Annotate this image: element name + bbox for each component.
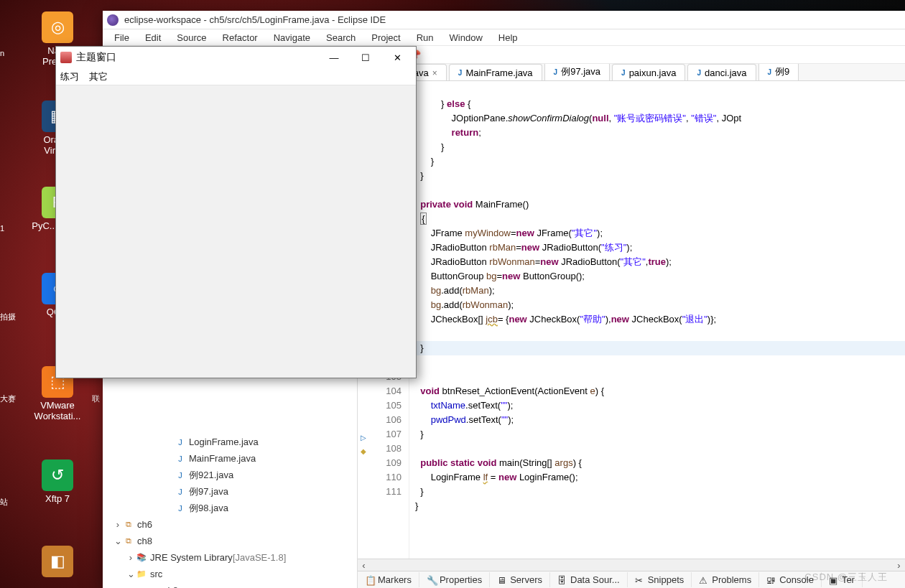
menu-run[interactable]: Run xyxy=(409,31,441,45)
editor-area: JnFrame.java×JMainFrame.javaJ例97.javaJpa… xyxy=(357,64,905,588)
horizontal-scrollbar[interactable]: ‹ › xyxy=(358,559,905,571)
tree-item[interactable]: ⌄⊞ch8 xyxy=(103,582,357,588)
menu-edit[interactable]: Edit xyxy=(138,31,168,45)
java-content-area xyxy=(56,85,416,378)
java-file-icon: J xyxy=(554,68,558,76)
java-file-icon: J xyxy=(697,69,701,77)
code-editor[interactable]: } else { JOptionPane.showConfirmDialog(n… xyxy=(409,81,905,559)
java-title-bar[interactable]: 主题窗口 — ☐ ✕ xyxy=(56,47,416,68)
editor-tabs[interactable]: JnFrame.java×JMainFrame.javaJ例97.javaJpa… xyxy=(358,64,905,81)
edge-label: 1 xyxy=(0,224,4,233)
menu-practice[interactable]: 练习 xyxy=(60,70,79,83)
tree-item[interactable]: J例98.java xyxy=(103,500,357,516)
eclipse-icon xyxy=(107,14,119,26)
java-file-icon: J xyxy=(768,68,772,76)
menu-file[interactable]: File xyxy=(107,31,136,45)
close-button[interactable]: ✕ xyxy=(381,50,413,66)
editor-tab[interactable]: Jdanci.java xyxy=(687,64,756,80)
java-file-icon: J xyxy=(458,69,463,77)
panel-tab-problems[interactable]: ⚠Problems xyxy=(692,572,759,587)
desktop-icon[interactable]: ◧ xyxy=(32,546,83,579)
edge-label: 大赛 xyxy=(0,393,16,404)
editor-tab[interactable]: JMainFrame.java xyxy=(449,64,542,80)
tree-item[interactable]: JMainFrame.java xyxy=(103,450,357,467)
panel-tab-snippets[interactable]: ✂Snippets xyxy=(628,572,692,587)
tree-item[interactable]: ›⧉ch6 xyxy=(103,516,357,533)
tree-item[interactable]: ›📚JRE System Library [JavaSE-1.8] xyxy=(103,549,357,566)
java-title-text: 主题窗口 xyxy=(76,51,318,64)
window-title: eclipse-workspace - ch5/src/ch5/LoginFra… xyxy=(124,14,386,25)
scroll-right-icon[interactable]: › xyxy=(893,560,905,571)
eclipse-title-bar[interactable]: eclipse-workspace - ch5/src/ch5/LoginFra… xyxy=(103,11,905,29)
menu-source[interactable]: Source xyxy=(170,31,213,45)
panel-tab-ter[interactable]: ▣Ter xyxy=(822,572,863,587)
tree-item[interactable]: J例97.java xyxy=(103,483,357,500)
menu-window[interactable]: Window xyxy=(442,31,490,45)
edge-label: 站 xyxy=(0,497,8,508)
java-app-icon xyxy=(60,52,72,63)
maximize-button[interactable]: ☐ xyxy=(350,50,381,66)
edge-label: 拍摄 xyxy=(0,312,16,322)
java-file-icon: J xyxy=(621,69,626,77)
panel-tab-properties[interactable]: 🔧Properties xyxy=(419,572,490,587)
eclipse-menu-bar[interactable]: FileEditSourceRefactorNavigateSearchProj… xyxy=(103,29,905,45)
bottom-panel-tabs[interactable]: 📋Markers🔧Properties🖥Servers🗄Data Sour...… xyxy=(358,571,905,588)
panel-tab-console[interactable]: 🖳Console xyxy=(759,572,822,587)
menu-project[interactable]: Project xyxy=(364,31,407,45)
menu-navigate[interactable]: Navigate xyxy=(266,31,317,45)
menu-other[interactable]: 其它 xyxy=(89,70,108,83)
tree-item[interactable]: ⌄⧉ch8 xyxy=(103,533,357,549)
menu-search[interactable]: Search xyxy=(319,31,363,45)
edge-label: n xyxy=(0,49,4,57)
minimize-button[interactable]: — xyxy=(318,50,350,66)
menu-help[interactable]: Help xyxy=(491,31,525,45)
desktop-icon[interactable]: ↺Xftp 7 xyxy=(32,459,83,504)
editor-tab[interactable]: J例97.java xyxy=(544,64,610,80)
menu-refactor[interactable]: Refactor xyxy=(215,31,265,45)
panel-tab-datasour[interactable]: 🗄Data Sour... xyxy=(550,572,628,587)
java-menu-bar[interactable]: 练习 其它 xyxy=(56,68,416,85)
editor-tab[interactable]: J例9 xyxy=(758,64,799,80)
tree-item[interactable]: ⌄📁src xyxy=(103,566,357,582)
java-app-window[interactable]: 主题窗口 — ☐ ✕ 练习 其它 xyxy=(55,46,417,378)
tree-item[interactable]: J例921.java xyxy=(103,467,357,483)
panel-tab-servers[interactable]: 🖥Servers xyxy=(490,572,550,587)
tree-item[interactable]: JLoginFrame.java xyxy=(103,434,357,450)
close-tab-icon[interactable]: × xyxy=(432,68,437,78)
edge-label: 联 xyxy=(92,393,100,404)
panel-tab-markers[interactable]: 📋Markers xyxy=(358,572,419,587)
editor-tab[interactable]: Jpaixun.java xyxy=(612,64,685,80)
scroll-left-icon[interactable]: ‹ xyxy=(358,560,370,571)
